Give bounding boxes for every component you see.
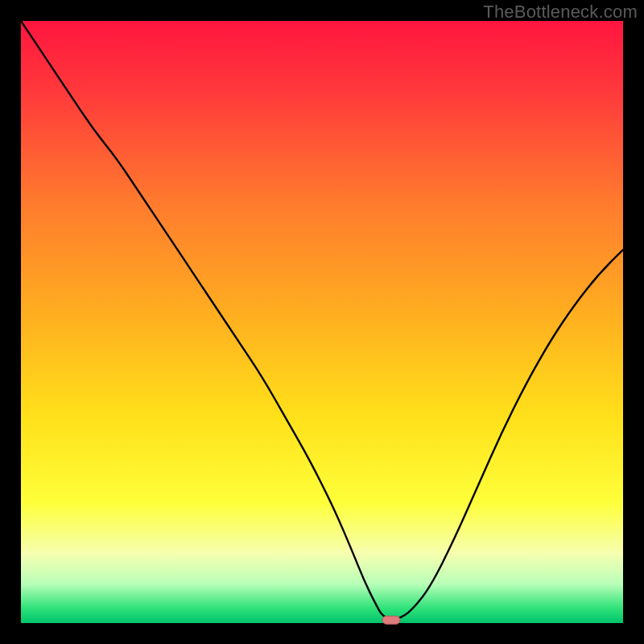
gradient-background <box>21 21 623 623</box>
optimal-marker <box>382 616 400 624</box>
watermark-label: TheBottleneck.com <box>483 2 638 23</box>
bottleneck-chart <box>0 0 644 644</box>
chart-frame: { "watermark": "TheBottleneck.com", "col… <box>0 0 644 644</box>
